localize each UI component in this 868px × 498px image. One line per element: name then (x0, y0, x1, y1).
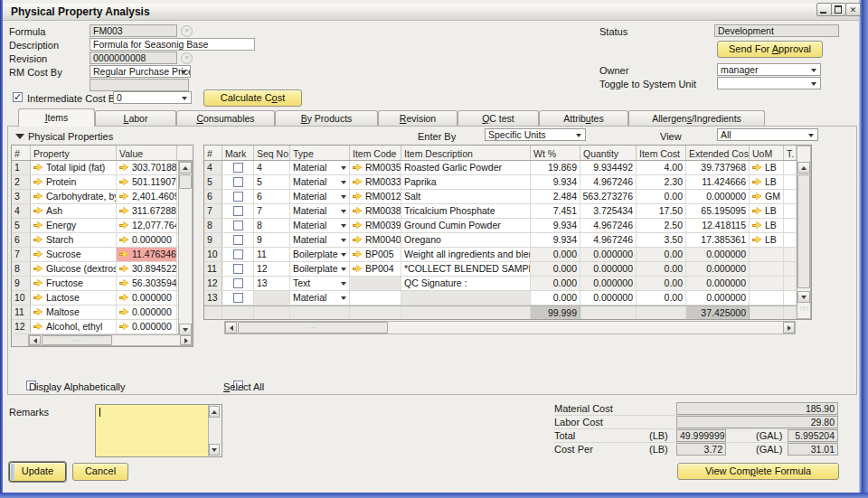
item-description-cell[interactable]: Salt (401, 190, 531, 203)
link-arrow-icon[interactable] (353, 193, 363, 201)
value-cell[interactable]: 501.119077 (117, 175, 177, 189)
item-cost-cell[interactable]: 3.50 (637, 233, 686, 247)
link-arrow-icon[interactable] (353, 221, 363, 230)
scroll-thumb[interactable]: ··· (42, 335, 112, 345)
intermediate-cost-select[interactable]: 0 (113, 91, 192, 104)
mark-checkbox[interactable] (233, 264, 243, 274)
link-arrow-icon[interactable] (752, 178, 762, 186)
scroll-thumb[interactable] (179, 174, 192, 189)
link-arrow-icon[interactable] (353, 250, 363, 258)
extended-cost-cell[interactable]: 11.424666 (686, 175, 750, 189)
scroll-down-button[interactable] (797, 291, 810, 303)
uom-cell[interactable] (750, 277, 784, 290)
property-cell[interactable]: Carbohydrate, by (31, 190, 117, 203)
uom-cell[interactable]: GM (750, 190, 784, 203)
type-select[interactable]: Material (290, 219, 350, 232)
wt-percent-cell[interactable]: 0.000 (531, 291, 580, 305)
scroll-thumb[interactable]: ··· (238, 322, 388, 334)
view-complete-formula-button[interactable]: View Complete Formula (677, 463, 839, 480)
quantity-cell[interactable]: 0.000000 (580, 277, 637, 290)
link-arrow-icon[interactable] (33, 308, 43, 316)
wt-percent-cell[interactable]: 7.451 (531, 204, 580, 218)
link-arrow-icon[interactable] (353, 178, 363, 186)
scroll-left-button[interactable] (225, 322, 237, 334)
link-arrow-icon[interactable] (752, 207, 762, 215)
item-cost-cell[interactable]: 4.00 (637, 161, 686, 174)
description-field[interactable]: Formula for Seasonig Base (90, 38, 255, 51)
collapse-arrow-icon[interactable] (15, 134, 24, 139)
value-cell[interactable]: 11.476346 (117, 248, 177, 261)
intermediate-cost-checkbox[interactable] (13, 92, 23, 102)
formula-hscrollbar[interactable]: ··· (224, 321, 796, 334)
link-arrow-icon[interactable] (33, 265, 43, 273)
uom-cell[interactable]: LB (750, 233, 784, 247)
tab-qc-test[interactable]: QC test (458, 110, 539, 126)
link-arrow-icon[interactable] (119, 164, 129, 172)
tab-by-products[interactable]: By Products (275, 110, 378, 126)
extended-cost-cell[interactable]: 0.000000 (686, 262, 750, 276)
value-cell[interactable]: 56.303594 (117, 277, 177, 290)
value-cell[interactable]: 311.672886 (117, 204, 177, 218)
property-cell[interactable]: Alcohol, ethyl (31, 320, 117, 334)
scroll-up-button[interactable] (209, 406, 220, 418)
item-code-cell[interactable]: RM0035 (350, 161, 401, 174)
value-cell[interactable]: 2,401.46094 (117, 190, 177, 203)
wt-percent-cell[interactable]: 19.869 (531, 161, 580, 174)
maximize-button[interactable] (831, 3, 846, 16)
link-arrow-icon[interactable] (119, 178, 129, 186)
remarks-scrollbar[interactable] (208, 405, 222, 456)
link-arrow-icon[interactable] (119, 323, 129, 331)
properties-hscrollbar[interactable]: ··· (28, 334, 193, 346)
type-select[interactable]: Material (290, 190, 350, 203)
link-arrow-icon[interactable] (752, 236, 762, 244)
item-description-cell[interactable]: Tricalcium Phosphate (401, 204, 531, 218)
uom-cell[interactable]: LB (750, 219, 784, 232)
link-arrow-icon[interactable] (119, 279, 129, 287)
link-arrow-icon[interactable] (33, 178, 43, 186)
view-select[interactable]: All (717, 128, 818, 141)
item-code-cell[interactable] (350, 291, 401, 305)
extended-cost-cell[interactable]: 0.000000 (686, 190, 750, 203)
link-arrow-icon[interactable] (752, 221, 762, 230)
mark-checkbox[interactable] (233, 192, 243, 202)
link-arrow-icon[interactable] (353, 207, 363, 215)
toggle-system-unit-select[interactable] (717, 77, 821, 89)
scroll-left-button[interactable] (29, 335, 41, 345)
item-cost-cell[interactable]: 0.00 (637, 262, 686, 276)
property-cell[interactable]: Total lipid (fat) (31, 161, 117, 174)
property-cell[interactable]: Fructose (31, 277, 117, 290)
mark-checkbox[interactable] (233, 221, 243, 230)
link-arrow-icon[interactable] (33, 250, 43, 258)
uom-cell[interactable] (750, 291, 784, 305)
link-arrow-icon[interactable] (752, 164, 762, 172)
extended-cost-cell[interactable]: 0.000000 (686, 248, 750, 261)
quantity-cell[interactable]: 0.000000 (580, 248, 637, 261)
uom-cell[interactable]: LB (750, 161, 784, 174)
wt-percent-cell[interactable]: 9.934 (531, 219, 580, 232)
scroll-up-button[interactable] (797, 162, 810, 174)
type-select[interactable]: Boilerplate (290, 248, 350, 261)
extended-cost-cell[interactable]: 0.000000 (686, 277, 750, 290)
type-select[interactable]: Boilerplate (290, 262, 350, 276)
type-select[interactable]: Material (290, 161, 350, 174)
item-code-cell[interactable]: RM0039 (350, 219, 401, 232)
scroll-right-button[interactable] (783, 322, 795, 334)
link-arrow-icon[interactable] (119, 236, 129, 244)
extended-cost-cell[interactable]: 65.195095 (686, 204, 750, 218)
cancel-button[interactable]: Cancel (72, 463, 128, 481)
item-description-cell[interactable]: Roasted Garlic Powder (401, 161, 531, 174)
property-cell[interactable]: Starch (31, 233, 117, 247)
choose-from-list-icon[interactable]: ≡ (181, 52, 193, 64)
value-cell[interactable]: 0.000000 (117, 233, 177, 247)
property-cell[interactable]: Protein (31, 175, 117, 189)
link-arrow-icon[interactable] (119, 294, 129, 302)
wt-percent-cell[interactable]: 0.000 (531, 277, 580, 290)
quantity-cell[interactable]: 4.967246 (580, 219, 637, 232)
choose-from-list-icon[interactable]: ≡ (181, 25, 193, 37)
scroll-down-button[interactable] (209, 444, 220, 456)
extended-cost-cell[interactable]: 0.000000 (686, 291, 750, 305)
value-cell[interactable]: 30.894522 (117, 262, 177, 276)
quantity-cell[interactable]: 9.934492 (580, 161, 637, 174)
type-select[interactable]: Material (290, 204, 350, 218)
item-code-cell[interactable]: RM0012 (350, 190, 401, 203)
